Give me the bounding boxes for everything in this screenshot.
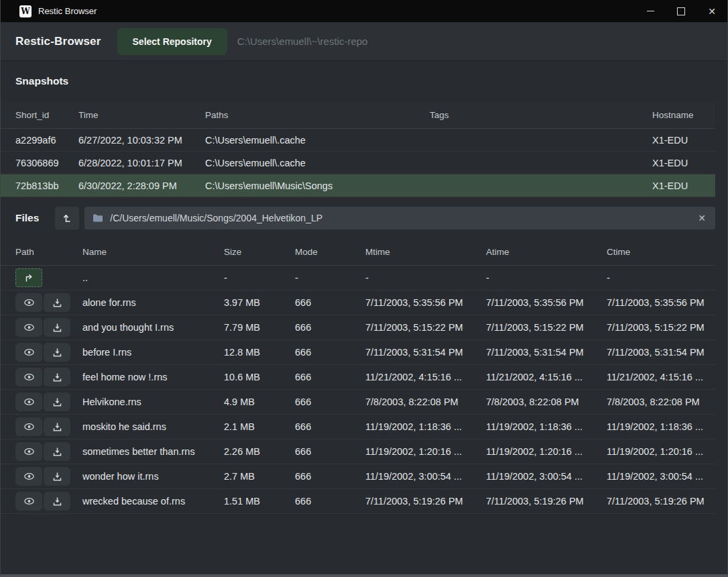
download-file-button[interactable] xyxy=(44,492,70,511)
download-file-button[interactable] xyxy=(44,392,70,411)
file-row[interactable]: before I.rns 12.8 MB 666 7/11/2003, 5:31… xyxy=(1,340,715,365)
file-ctime: 7/11/2003, 5:19:26 PM xyxy=(607,496,715,507)
download-icon xyxy=(52,472,62,482)
download-icon xyxy=(52,372,62,382)
column-hostname[interactable]: Hostname xyxy=(652,110,715,120)
file-row[interactable]: alone for.rns 3.97 MB 666 7/11/2003, 5:3… xyxy=(1,291,715,315)
current-path-field[interactable]: /C/Users/emuell/Music/Songs/2004_Helveti… xyxy=(84,207,715,229)
wails-logo-icon: W xyxy=(19,5,32,17)
column-short-id[interactable]: Short_id xyxy=(15,110,78,120)
snapshot-time: 6/28/2022, 10:01:17 PM xyxy=(78,158,205,168)
file-size: 2.26 MB xyxy=(224,446,295,457)
preview-file-button[interactable] xyxy=(15,293,42,312)
minimize-button[interactable] xyxy=(635,0,666,22)
snapshot-paths: C:\Users\emuell\.cache xyxy=(205,158,430,168)
column-path[interactable]: Path xyxy=(15,247,82,257)
files-table-body: alone for.rns 3.97 MB 666 7/11/2003, 5:3… xyxy=(1,291,727,514)
file-name: alone for.rns xyxy=(82,297,224,308)
preview-file-button[interactable] xyxy=(15,442,42,461)
download-file-button[interactable] xyxy=(44,442,70,461)
close-icon: ✕ xyxy=(708,6,716,17)
preview-eye-icon xyxy=(23,397,35,407)
preview-file-button[interactable] xyxy=(15,392,42,411)
preview-file-button[interactable] xyxy=(15,343,42,362)
file-mode: 666 xyxy=(295,496,365,507)
download-icon xyxy=(52,298,62,308)
app-window: W Restic Browser ✕ Restic-Browser Select… xyxy=(0,0,728,577)
file-row[interactable]: and you thought I.rns 7.79 MB 666 7/11/2… xyxy=(1,315,715,340)
file-mode: 666 xyxy=(295,397,365,407)
file-row[interactable]: wonder how it.rns 2.7 MB 666 11/19/2002,… xyxy=(1,464,715,489)
snapshots-table-body: a2299af6 6/27/2022, 10:03:32 PM C:\Users… xyxy=(1,129,727,197)
preview-eye-icon xyxy=(23,447,35,456)
download-file-button[interactable] xyxy=(44,293,70,312)
file-row[interactable]: feel home now !.rns 10.6 MB 666 11/21/20… xyxy=(1,365,715,390)
snapshot-row[interactable]: 76306869 6/28/2022, 10:01:17 PM C:\Users… xyxy=(1,152,715,174)
file-mtime: 11/19/2002, 1:20:16 ... xyxy=(365,446,486,457)
snapshot-row[interactable]: a2299af6 6/27/2022, 10:03:32 PM C:\Users… xyxy=(1,129,715,152)
snapshots-section-header: Snapshots xyxy=(1,61,727,101)
file-size: 2.7 MB xyxy=(224,471,295,482)
preview-file-button[interactable] xyxy=(15,368,42,386)
file-size: 4.9 MB xyxy=(224,397,295,407)
file-ctime: 11/19/2002, 1:18:36 ... xyxy=(607,421,715,432)
snapshot-time: 6/30/2022, 2:28:09 PM xyxy=(78,180,205,191)
column-mode[interactable]: Mode xyxy=(295,247,365,257)
preview-file-button[interactable] xyxy=(15,467,42,486)
download-file-button[interactable] xyxy=(44,368,70,386)
file-row[interactable]: Helvikone.rns 4.9 MB 666 7/8/2003, 8:22:… xyxy=(1,390,715,415)
file-ctime: 11/21/2002, 4:15:16 ... xyxy=(607,372,715,382)
preview-eye-icon xyxy=(23,372,35,382)
download-file-button[interactable] xyxy=(44,417,70,436)
preview-file-button[interactable] xyxy=(15,492,42,511)
file-atime: 11/19/2002, 3:00:54 ... xyxy=(486,471,607,482)
clear-path-button[interactable]: ✕ xyxy=(696,213,707,223)
file-ctime: 7/11/2003, 5:35:56 PM xyxy=(607,297,715,308)
download-file-button[interactable] xyxy=(44,467,70,486)
file-row[interactable]: sometimes better than.rns 2.26 MB 666 11… xyxy=(1,439,715,464)
window-controls: ✕ xyxy=(635,0,727,22)
file-atime: 11/19/2002, 1:20:16 ... xyxy=(486,446,607,457)
download-file-button[interactable] xyxy=(44,318,70,337)
window-title: Restic Browser xyxy=(38,6,97,16)
file-ctime: 7/8/2003, 8:22:08 PM xyxy=(607,397,715,407)
download-file-button[interactable] xyxy=(44,343,70,362)
snapshot-hostname: X1-EDU xyxy=(652,158,715,168)
go-to-root-button[interactable] xyxy=(55,207,79,229)
file-mode: 666 xyxy=(295,446,365,457)
close-button[interactable]: ✕ xyxy=(696,0,727,22)
download-icon xyxy=(52,496,62,507)
column-mtime[interactable]: Mtime xyxy=(365,247,486,257)
column-name[interactable]: Name xyxy=(82,247,224,257)
file-row[interactable]: moskito he said.rns 2.1 MB 666 11/19/200… xyxy=(1,415,715,439)
preview-file-button[interactable] xyxy=(15,417,42,436)
column-atime[interactable]: Atime xyxy=(486,247,607,257)
snapshot-short-id: a2299af6 xyxy=(15,135,78,146)
titlebar: W Restic Browser ✕ xyxy=(1,0,727,22)
column-time[interactable]: Time xyxy=(78,110,205,120)
maximize-button[interactable] xyxy=(666,0,696,22)
file-atime: 7/11/2003, 5:19:26 PM xyxy=(486,496,607,507)
file-row[interactable]: wrecked because of.rns 1.51 MB 666 7/11/… xyxy=(1,489,715,514)
column-tags[interactable]: Tags xyxy=(430,110,652,120)
snapshot-time: 6/27/2022, 10:03:32 PM xyxy=(78,135,205,146)
files-bar: Files /C/Users/emuell/Music/Songs/2004_H… xyxy=(1,197,727,238)
parent-directory-row[interactable]: .. - - - - - xyxy=(1,266,715,291)
download-icon xyxy=(52,348,62,358)
snapshot-row[interactable]: 72b813bb 6/30/2022, 2:28:09 PM C:\Users\… xyxy=(1,174,715,197)
file-mtime: 7/8/2003, 8:22:08 PM xyxy=(365,397,486,407)
file-name: feel home now !.rns xyxy=(82,372,224,382)
column-paths[interactable]: Paths xyxy=(205,110,430,120)
snapshot-paths: C:\Users\emuell\Music\Songs xyxy=(205,180,430,191)
file-atime: 7/8/2003, 8:22:08 PM xyxy=(486,397,607,407)
file-mode: 666 xyxy=(295,421,365,432)
column-ctime[interactable]: Ctime xyxy=(607,247,715,257)
file-name: .. xyxy=(82,272,224,283)
column-size[interactable]: Size xyxy=(224,247,295,257)
file-mtime: 11/19/2002, 3:00:54 ... xyxy=(365,471,486,482)
file-ctime: - xyxy=(607,272,715,283)
preview-file-button[interactable] xyxy=(15,318,42,337)
preview-eye-icon xyxy=(23,323,35,332)
select-repository-button[interactable]: Select Repository xyxy=(117,28,227,55)
go-up-button[interactable] xyxy=(15,268,42,287)
